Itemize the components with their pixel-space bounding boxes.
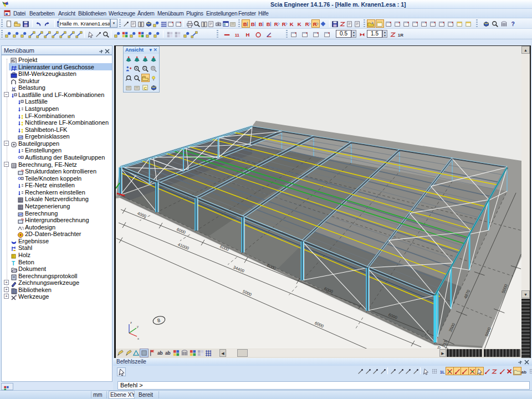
svg-text:ab: ab: [165, 350, 171, 356]
svg-text:C: C: [144, 86, 147, 91]
svg-text:1R: 1R: [398, 33, 403, 38]
svg-text:K: K: [290, 21, 294, 27]
svg-text:z: z: [130, 321, 132, 324]
svg-text:?: ?: [511, 21, 514, 27]
svg-text:B: B: [243, 21, 247, 27]
svg-text:R: R: [305, 21, 309, 27]
svg-text:R: R: [282, 21, 286, 27]
svg-text:ab: ab: [521, 370, 526, 375]
svg-text:K: K: [298, 21, 301, 27]
svg-text:B: B: [259, 21, 263, 27]
svg-text:R: R: [313, 21, 317, 27]
svg-text:11: 11: [235, 33, 240, 38]
svg-text:y: y: [137, 325, 139, 328]
svg-text:B: B: [267, 21, 270, 27]
svg-text:B: B: [251, 21, 255, 27]
svg-text:1L: 1L: [439, 370, 444, 375]
svg-text:H: H: [246, 32, 250, 38]
svg-text:ab: ab: [157, 350, 163, 356]
svg-text:x: x: [137, 337, 139, 340]
svg-text:R: R: [274, 21, 278, 27]
